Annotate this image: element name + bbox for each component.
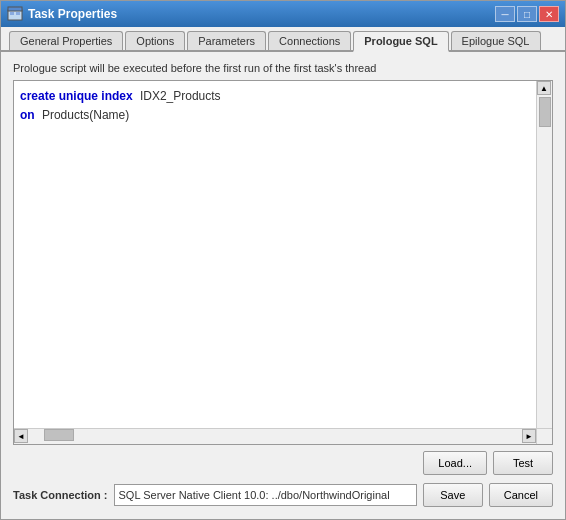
svg-rect-2 bbox=[10, 12, 14, 15]
prologue-description: Prologue script will be executed before … bbox=[13, 62, 553, 74]
footer-bottom: Task Connection : SQL Server Native Clie… bbox=[13, 479, 553, 511]
tab-epilogue-sql[interactable]: Epilogue SQL bbox=[451, 31, 541, 50]
window-controls: ─ □ ✕ bbox=[495, 6, 559, 22]
tab-prologue-sql[interactable]: Prologue SQL bbox=[353, 31, 448, 52]
sql-editor[interactable]: create unique index IDX2_Products on Pro… bbox=[13, 80, 553, 445]
connection-value: SQL Server Native Client 10.0: ../dbo/No… bbox=[114, 484, 417, 506]
footer-top: Load... Test bbox=[13, 445, 553, 479]
tab-bar: General Properties Options Parameters Co… bbox=[1, 27, 565, 52]
connection-label: Task Connection : bbox=[13, 489, 108, 501]
load-button[interactable]: Load... bbox=[423, 451, 487, 475]
scroll-thumb-y[interactable] bbox=[539, 97, 551, 127]
test-button[interactable]: Test bbox=[493, 451, 553, 475]
tab-options[interactable]: Options bbox=[125, 31, 185, 50]
save-button[interactable]: Save bbox=[423, 483, 483, 507]
window-title: Task Properties bbox=[28, 7, 495, 21]
scroll-thumb-x[interactable] bbox=[44, 429, 74, 441]
minimize-button[interactable]: ─ bbox=[495, 6, 515, 22]
tab-parameters[interactable]: Parameters bbox=[187, 31, 266, 50]
cancel-button[interactable]: Cancel bbox=[489, 483, 553, 507]
window-icon bbox=[7, 6, 23, 22]
task-properties-window: Task Properties ─ □ ✕ General Properties… bbox=[0, 0, 566, 520]
main-content: Prologue script will be executed before … bbox=[1, 52, 565, 519]
sql-code[interactable]: create unique index IDX2_Products on Pro… bbox=[14, 81, 552, 145]
tab-general-properties[interactable]: General Properties bbox=[9, 31, 123, 50]
svg-rect-3 bbox=[16, 12, 20, 15]
scrollbar-corner bbox=[536, 428, 552, 444]
maximize-button[interactable]: □ bbox=[517, 6, 537, 22]
scroll-up-arrow[interactable]: ▲ bbox=[537, 81, 551, 95]
close-button[interactable]: ✕ bbox=[539, 6, 559, 22]
horizontal-scrollbar[interactable]: ◄ ► bbox=[14, 428, 536, 444]
vertical-scrollbar[interactable]: ▲ bbox=[536, 81, 552, 428]
scroll-right-arrow[interactable]: ► bbox=[522, 429, 536, 443]
svg-rect-1 bbox=[8, 7, 22, 11]
tab-connections[interactable]: Connections bbox=[268, 31, 351, 50]
scroll-left-arrow[interactable]: ◄ bbox=[14, 429, 28, 443]
title-bar: Task Properties ─ □ ✕ bbox=[1, 1, 565, 27]
